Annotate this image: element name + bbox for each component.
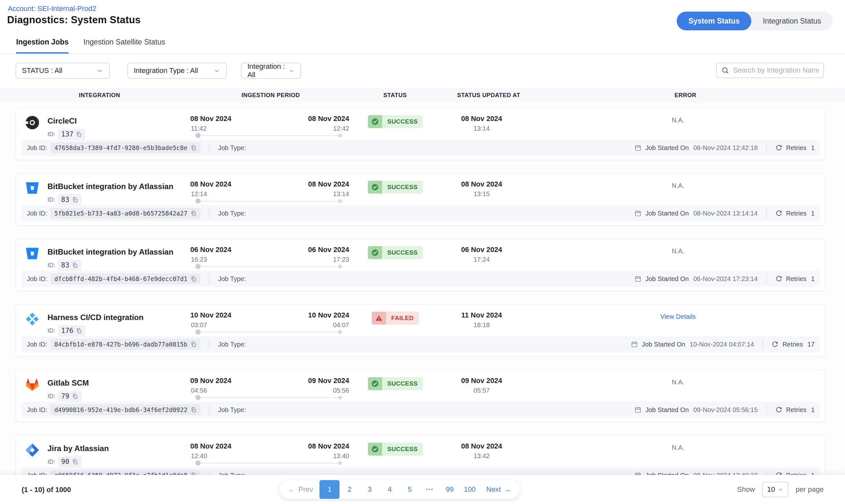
integration-id-chip[interactable]: 83 [58, 194, 81, 205]
ingestion-period-slider[interactable] [198, 463, 340, 464]
ingestion-period-end: 08 Nov 2024 12:42 [284, 114, 349, 132]
ingestion-period-start: 10 Nov 2024 03:07 [190, 311, 231, 329]
toggle-integration-status[interactable]: Integration Status [751, 12, 833, 30]
ingestion-job-row: Gitlab SCM ID: 79 09 Nov 2024 04:56 09 N… [16, 370, 825, 422]
job-type-label: Job Type: [218, 144, 246, 152]
column-header-status-updated-at: STATUS UPDATED AT [432, 92, 545, 99]
view-details-link[interactable]: View Details [594, 313, 762, 320]
integration-id-chip[interactable]: 90 [58, 456, 81, 467]
copy-icon[interactable] [72, 459, 78, 465]
prev-page-button[interactable]: ← Prev [282, 480, 320, 499]
job-id-value: 47658da3-f389-4fd7-9280-e5b3bade5c8e [54, 144, 187, 151]
status-updated-at: 09 Nov 2024 05:57 [433, 377, 530, 394]
search-icon [721, 67, 729, 74]
page-button-2[interactable]: 2 [340, 480, 360, 499]
slider-end-handle[interactable] [338, 265, 342, 268]
ingestion-period-slider[interactable] [198, 201, 340, 202]
period-start-date: 06 Nov 2024 [190, 246, 231, 254]
slider-start-handle[interactable] [195, 395, 201, 400]
page-button-1[interactable]: 1 [320, 480, 340, 499]
job-id-chip[interactable]: 84cbfb1d-e878-427b-b696-dadb77a0815b [50, 339, 201, 350]
integration-type-filter-value: Integration Type : All [134, 67, 198, 75]
status-updated-at: 08 Nov 2024 13:15 [433, 180, 530, 198]
slider-start-handle[interactable] [195, 329, 201, 335]
tab-ingestion-satellite-status[interactable]: Ingestion Satellite Status [83, 38, 165, 54]
divider [209, 404, 210, 415]
filter-toolbar: STATUS : All Integration Type : All Inte… [0, 54, 845, 88]
slider-end-handle[interactable] [338, 330, 342, 334]
ingestion-period-slider[interactable] [198, 266, 340, 267]
integration-id-chip[interactable]: 176 [58, 325, 85, 336]
toggle-system-status[interactable]: System Status [677, 12, 751, 30]
page-ellipsis[interactable]: ••• [419, 480, 439, 499]
integration-id-chip[interactable]: 83 [58, 260, 81, 271]
slider-start-handle[interactable] [195, 133, 201, 138]
page-button-100[interactable]: 100 [460, 480, 480, 499]
job-started-label: Job Started On [645, 406, 689, 414]
calendar-icon [634, 144, 641, 151]
status-badge-label: SUCCESS [382, 443, 423, 455]
next-page-button[interactable]: Next → [480, 480, 517, 499]
copy-icon[interactable] [76, 131, 82, 138]
copy-icon[interactable] [191, 145, 197, 151]
copy-icon[interactable] [191, 276, 197, 282]
page-button-99[interactable]: 99 [439, 480, 460, 499]
integration-id-chip[interactable]: 79 [58, 391, 81, 402]
copy-icon[interactable] [76, 328, 82, 334]
slider-end-handle[interactable] [338, 396, 342, 399]
copy-icon[interactable] [191, 407, 197, 413]
ingestion-period-slider[interactable] [198, 332, 340, 333]
copy-icon[interactable] [72, 197, 78, 203]
integration-id-chip[interactable]: 137 [58, 129, 85, 140]
slider-start-handle[interactable] [195, 198, 201, 203]
period-start-time: 04:56 [190, 387, 231, 394]
job-meta-strip: Job ID: 84cbfb1d-e878-427b-b696-dadb77a0… [21, 336, 820, 352]
harness-icon [24, 311, 40, 327]
integration-id-label: ID: [48, 327, 55, 334]
period-end-time: 13:14 [284, 191, 349, 198]
ingestion-period-slider[interactable] [198, 397, 340, 398]
slider-end-handle[interactable] [338, 461, 342, 465]
copy-icon[interactable] [72, 262, 78, 268]
status-badge-label: FAILED [386, 312, 419, 325]
slider-start-handle[interactable] [195, 461, 201, 466]
check-circle-icon [368, 181, 382, 194]
page-button-4[interactable]: 4 [380, 480, 400, 499]
job-id-chip[interactable]: dfcb8ffd-482b-4fb4-b468-67e9decc07d1 [50, 273, 201, 284]
page-button-5[interactable]: 5 [400, 480, 419, 499]
job-id-chip[interactable]: 47658da3-f389-4fd7-9280-e5b3bade5c8e [50, 142, 201, 153]
page-size-select[interactable]: 10 [762, 482, 789, 497]
copy-icon[interactable] [191, 341, 197, 347]
job-id-chip[interactable]: d4990816-952e-419e-bdb6-34f6ef2d0922 [50, 404, 201, 415]
slider-start-handle[interactable] [195, 264, 201, 269]
period-start-date: 09 Nov 2024 [190, 377, 231, 385]
retries-icon [775, 144, 782, 151]
period-end-time: 17:23 [284, 256, 349, 263]
ingestion-period-end: 06 Nov 2024 17:23 [284, 246, 349, 263]
integration-filter-value: Integration : All [247, 62, 289, 79]
ingestion-job-row: CircleCI ID: 137 08 Nov 2024 11:42 08 No… [16, 108, 825, 160]
ingestion-period-slider[interactable] [198, 135, 340, 136]
integration-name: BitBucket integration by Atlassian [48, 182, 173, 191]
status-updated-at: 06 Nov 2024 17:24 [433, 246, 530, 263]
ingestion-period-start: 08 Nov 2024 11:42 [190, 114, 231, 132]
integration-type-filter-dropdown[interactable]: Integration Type : All [127, 62, 227, 79]
retries-label: Retries [786, 406, 807, 414]
status-updated-time: 13:42 [433, 452, 530, 460]
status-filter-value: STATUS : All [22, 67, 62, 75]
copy-icon[interactable] [72, 393, 78, 399]
status-updated-date: 06 Nov 2024 [433, 246, 530, 254]
tab-ingestion-jobs[interactable]: Ingestion Jobs [16, 38, 68, 54]
slider-end-handle[interactable] [338, 199, 342, 203]
search-input[interactable] [733, 66, 819, 74]
period-end-time: 13:40 [284, 452, 349, 460]
job-id-chip[interactable]: 5fb821e5-b733-4a83-a0d8-b65725842a27 [50, 208, 201, 219]
slider-end-handle[interactable] [338, 133, 342, 138]
page-button-3[interactable]: 3 [360, 480, 380, 499]
account-breadcrumb-link[interactable]: Account: SEI-Internal-Prod2 [8, 4, 96, 13]
period-end-time: 04:07 [284, 321, 349, 329]
integration-filter-dropdown[interactable]: Integration : All [241, 62, 301, 79]
copy-icon[interactable] [191, 210, 197, 216]
status-filter-dropdown[interactable]: STATUS : All [16, 62, 110, 79]
status-badge-label: SUCCESS [382, 181, 423, 194]
